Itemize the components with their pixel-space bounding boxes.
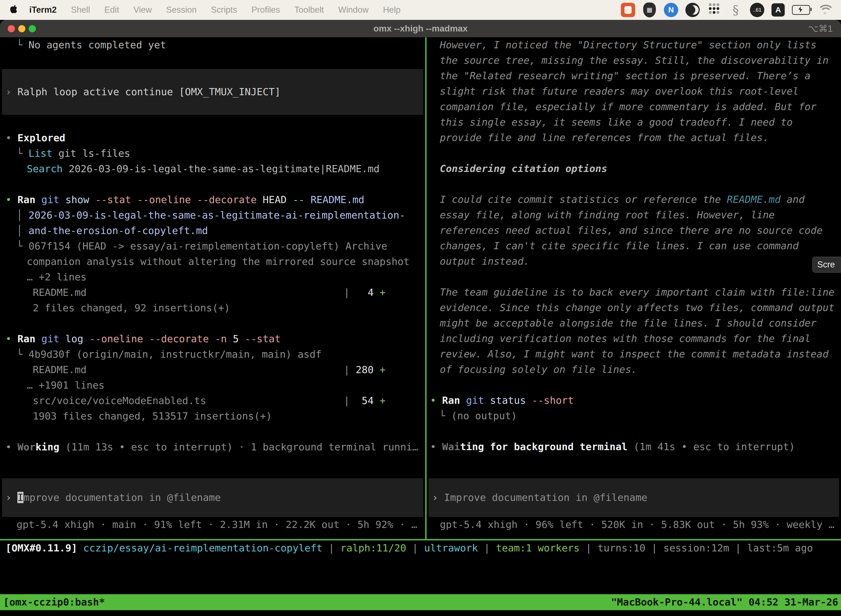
right-prompt-box[interactable]: › Improve documentation in @filename	[428, 478, 839, 517]
menu-item[interactable]: Edit	[97, 0, 126, 20]
text-seg: 5	[233, 333, 245, 345]
text-seg: │	[16, 225, 28, 236]
text-seg: … +1901 lines	[27, 380, 105, 391]
left-prompt-box[interactable]: › Improve documentation in @filename	[2, 478, 423, 517]
thinking-line: slight risk that future readers may over…	[440, 84, 841, 99]
window-title: omx --xhigh --madmax	[0, 20, 841, 37]
thinking-line	[440, 145, 841, 161]
text-seg: |	[645, 542, 663, 554]
text-seg: and	[781, 194, 804, 205]
dots-grid-icon[interactable]	[707, 3, 721, 17]
menu-status-icons: ▦ N § ..61 A	[621, 3, 841, 17]
prompt-arrow-icon: ›	[432, 492, 444, 503]
right-prompt-input[interactable]: Improve documentation in @filename	[444, 492, 647, 503]
text-seg: •	[430, 441, 442, 452]
text-seg: --short	[532, 395, 574, 406]
menu-item[interactable]: Scripts	[204, 0, 245, 20]
terminal-line	[426, 377, 841, 393]
thinking-line	[440, 176, 841, 192]
screen-overlay-tab[interactable]: Scre	[812, 257, 841, 273]
wifi-icon[interactable]	[817, 4, 833, 16]
text-seg: └	[16, 39, 28, 50]
terminal-line: • Ran git show --stat --oneline --decora…	[0, 192, 425, 208]
right-terminal-pane[interactable]: However, I noticed the "Directory Struct…	[426, 37, 841, 539]
menu-item[interactable]: Toolbelt	[287, 0, 331, 20]
text-seg	[35, 194, 41, 205]
text-seg: |	[478, 542, 496, 554]
omx-status-line: [OMX#0.11.9] cczip/essay/ai-reimplementa…	[0, 540, 841, 556]
thinking-line: evidence. Since this change only affects…	[440, 300, 841, 315]
text-seg: └	[16, 148, 28, 159]
terminal-line	[0, 53, 425, 68]
menu-item[interactable]: Profiles	[244, 0, 287, 20]
text-seg: king	[35, 441, 59, 453]
text-seg: (11m 13s • esc to interrupt) · 1 backgro…	[59, 441, 418, 453]
tmux-session-name: [omx-cczip0:bash*	[3, 594, 105, 610]
menu-item[interactable]: Window	[331, 0, 376, 20]
left-terminal-pane[interactable]: └ No agents completed yet › Ralph loop a…	[0, 37, 425, 539]
hook-icon[interactable]: §	[728, 3, 743, 17]
text-seg: git	[41, 333, 59, 345]
blue-badge-icon[interactable]: N	[664, 3, 678, 17]
menu-item[interactable]: Help	[376, 0, 408, 20]
text-seg: 2026-03-09-is-legal-the-same-as-legitima…	[28, 210, 405, 221]
terminal-line: • Ran git log --oneline --decorate -n 5 …	[0, 331, 425, 347]
count-badge-icon[interactable]: ..61	[750, 3, 764, 17]
text-seg: … +2 lines	[27, 271, 86, 283]
menu-app-name[interactable]: iTerm2	[22, 5, 64, 15]
text-seg: |	[406, 542, 424, 554]
dot	[709, 11, 712, 14]
text-seg: Ralph loop active continue [OMX_TMUX_INJ…	[18, 86, 281, 97]
chat-app-icon[interactable]	[621, 3, 635, 17]
menu-item[interactable]: Shell	[64, 0, 97, 20]
text-seg: +	[379, 395, 386, 406]
text-seg: show	[59, 194, 95, 205]
moon-circle-icon[interactable]	[686, 3, 700, 17]
terminal-line	[0, 115, 425, 130]
terminal-line: README.md | 280 +	[0, 362, 425, 378]
left-prompt-input[interactable]: mprove documentation in @filename	[23, 492, 221, 503]
text-seg: 1903 files changed, 513517 insertions(+)	[27, 411, 272, 422]
grid-shield-icon[interactable]: ▦	[642, 3, 657, 17]
text-seg: --stat --oneline --decorate	[95, 194, 263, 205]
text-seg: 280	[350, 364, 379, 375]
left-body-lines: • Explored└ List git ls-filesSearch 2026…	[0, 115, 425, 455]
thinking-line: However, I noticed the "Directory Struct…	[440, 37, 841, 53]
ralph-loop-banner: › Ralph loop active continue [OMX_TMUX_I…	[2, 69, 423, 115]
terminal-line: … +2 lines	[0, 269, 425, 285]
text-seg: •	[6, 194, 18, 205]
menu-item[interactable]: View	[126, 0, 159, 20]
right-prompt-line: › Improve documentation in @filename	[432, 490, 647, 505]
apple-menu[interactable]	[0, 4, 22, 16]
thinking-line: the "Related research writing" section i…	[440, 68, 841, 84]
window-shortcut-badge: ⌥⌘1	[808, 20, 833, 37]
terminal-line	[0, 316, 425, 331]
thinking-line: provide file and line references from th…	[440, 130, 841, 145]
wifi-dot	[823, 12, 826, 15]
menu-item[interactable]: Session	[159, 0, 204, 20]
left-top-lines: └ No agents completed yet	[0, 37, 425, 68]
dot	[713, 7, 715, 10]
text-seg: README.md |	[27, 364, 350, 375]
text-seg: ralph:11/20	[340, 542, 406, 554]
text-seg: I could cite commit statistics or refere…	[440, 194, 727, 205]
right-session-status: gpt-5.4 xhigh · 96% left · 520K in · 5.8…	[426, 517, 841, 532]
thinking-line: this single essay, it seems like a good …	[440, 114, 841, 130]
text-seg: +	[379, 364, 386, 375]
terminal-line	[0, 424, 425, 439]
terminal-line: 1903 files changed, 513517 insertions(+)	[0, 408, 425, 424]
window-title-bar: omx --xhigh --madmax ⌥⌘1	[0, 20, 841, 37]
terminal-line: 2 files changed, 92 insertions(+)	[0, 300, 425, 316]
text-seg: README.md |	[27, 287, 350, 298]
dot	[716, 11, 719, 14]
moon-inner	[686, 5, 695, 15]
battery-icon[interactable]	[792, 5, 810, 15]
text-seg: Ran	[18, 333, 35, 345]
text-seg: 2026-03-09-is-legal-the-same-as-legitima…	[63, 163, 379, 175]
input-source-icon[interactable]: A	[771, 3, 785, 16]
text-seg: +	[379, 287, 386, 298]
text-seg: --stat	[245, 333, 281, 345]
terminal-line: └ No agents completed yet	[0, 37, 425, 53]
thinking-line: The team guideline is to back every impo…	[440, 285, 841, 300]
text-seg: ›	[6, 86, 18, 97]
